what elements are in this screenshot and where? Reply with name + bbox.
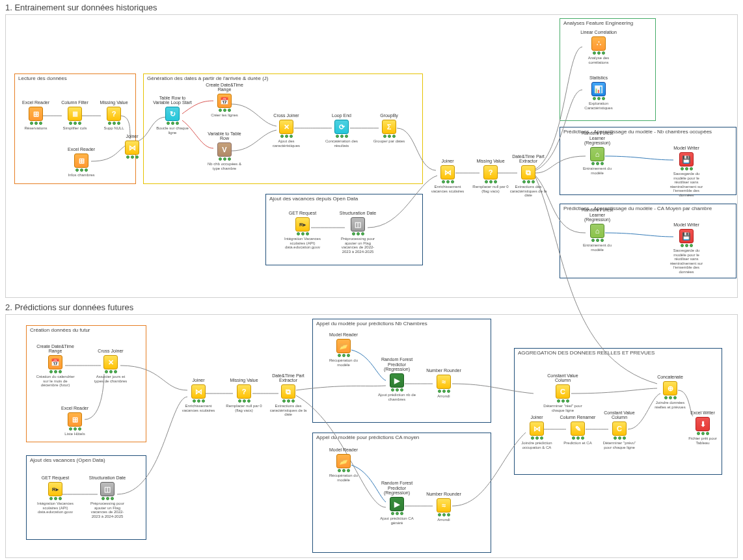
node-title: Column Filter xyxy=(55,96,94,105)
node-caption: Enrichissement vacances scolaires xyxy=(428,185,467,193)
node-concatenate[interactable]: Concatenate ⊕ Joindre données réelles et… xyxy=(651,371,690,409)
filter-icon: ≣ xyxy=(68,107,82,121)
load-icon: 📂 xyxy=(336,454,351,468)
node-excel-writer[interactable]: Excel Writer ⬇ Fichier prêt pour Tableau xyxy=(683,407,722,445)
save-icon: 💾 xyxy=(679,229,694,243)
node-caption: Analyse des corrélations xyxy=(579,56,618,64)
node-caption: Nb chb occupées & type chambre xyxy=(205,162,244,170)
node-model-reader-2[interactable]: Model Reader 📂 Récupération du modèle xyxy=(324,444,363,482)
node-excel-reader-1[interactable]: Excel Reader ⊞ Réservations xyxy=(16,96,55,131)
node-caption: Sauvegarde du modèle pour le réutiliser … xyxy=(667,248,706,274)
node-title: GET Request xyxy=(36,472,75,481)
node-caption: Sauvegarde du modèle pour le réutiliser … xyxy=(667,172,706,198)
export-icon: ⬇ xyxy=(696,417,710,431)
node-excel-reader-3[interactable]: Excel Reader ⊞ Liste Hôtels xyxy=(55,402,94,436)
section-title-1: 1. Entrainement sur données historiques xyxy=(5,3,157,12)
node-excel-reader-2[interactable]: Excel Reader ⊞ Infos chambres xyxy=(62,143,101,178)
node-dt-extractor-1[interactable]: Date&Time Part Extractor ⧉ Extractions d… xyxy=(509,155,548,198)
node-caption: Arrondi xyxy=(424,394,463,399)
node-caption: Prediction et CA xyxy=(558,441,597,446)
group-lecture-title: Lecture des données xyxy=(15,74,135,83)
node-cross-joiner-2[interactable]: Cross Joiner ✕ Associer jours et types d… xyxy=(91,345,130,383)
node-loop-start[interactable]: Table Row to Variable Loop Start ↻ Boucl… xyxy=(153,96,192,135)
node-cvc-1[interactable]: Constant Value Column C Déterminer "réel… xyxy=(543,374,582,412)
node-cross-joiner[interactable]: Cross Joiner ✕ Ajout des caractéristique… xyxy=(267,109,306,148)
node-title: Structuration Date xyxy=(338,207,377,216)
question-icon: ? xyxy=(107,107,121,121)
tree-icon: ⌂ xyxy=(590,224,604,238)
question-icon: ? xyxy=(237,384,251,399)
node-rf-predictor-2[interactable]: Random Forest Predictor (Regression) ▶ A… xyxy=(377,487,416,525)
excel-icon: ⊞ xyxy=(68,412,82,427)
group-ajoutvac2-title: Ajout des vacances (Open Data) xyxy=(27,456,146,464)
node-caption: Intégration Vacances scolaires (API) dat… xyxy=(283,237,322,250)
node-get-request-1[interactable]: GET Request R▸ Intégration Vacances scol… xyxy=(283,207,322,250)
node-title: Missing Value xyxy=(94,96,133,105)
metanode-icon: ◫ xyxy=(100,482,115,496)
node-joiner-4[interactable]: Joiner ⋈ Joindre prédiction occupation &… xyxy=(517,411,556,449)
node-struct-date-1[interactable]: Structuration Date ◫ Préprocessing pour … xyxy=(338,207,377,254)
node-create-datetime[interactable]: Create Date&Time Range 📅 Créer les ligne… xyxy=(205,83,244,118)
node-title: Variable to Table Row xyxy=(205,132,244,141)
node-joiner-3[interactable]: Joiner ⋈ Enrichissement vacances scolair… xyxy=(179,374,218,412)
node-missing-value-2[interactable]: Missing Value ? Remplacer null par 0 (fl… xyxy=(471,155,510,193)
node-title: Cross Joiner xyxy=(91,345,130,354)
node-caption: Créer les lignes xyxy=(205,113,244,118)
node-caption: Extractions des caractéristiques de la d… xyxy=(269,404,308,417)
tree-icon: ⌂ xyxy=(590,147,604,161)
node-title: Joiner xyxy=(179,374,218,383)
node-caption: Boucle sur chaque ligne xyxy=(153,126,192,135)
node-dt-extractor-2[interactable]: Date&Time Part Extractor ⧉ Extractions d… xyxy=(269,374,308,417)
concat-icon: ⊕ xyxy=(663,381,677,395)
node-rf-predictor-1[interactable]: Random Forest Predictor (Regression) ▶ A… xyxy=(377,363,416,401)
node-number-rounder-2[interactable]: Number Rounder ≈ Arrondi xyxy=(424,488,463,522)
node-var-to-row[interactable]: Variable to Table Row V Nb chb occupées … xyxy=(205,132,244,170)
node-missing-value-1[interactable]: Missing Value ? Supp NULL xyxy=(94,96,133,131)
joiner-icon: ⋈ xyxy=(530,421,544,436)
joiner-icon: ⋈ xyxy=(440,165,455,180)
node-struct-date-2[interactable]: Structuration Date ◫ Préprocessing pour … xyxy=(88,472,127,518)
node-caption: Ajout prédiction nb de chambres xyxy=(377,393,416,401)
node-title: Number Rounder xyxy=(424,488,463,497)
node-get-request-2[interactable]: GET Request R▸ Intégration Vacances scol… xyxy=(36,472,75,514)
node-caption: Ajout prédiction CA généré xyxy=(377,516,416,525)
group-appel-nb-title: Appel du modèle pour prédictions Nb Cham… xyxy=(313,319,491,328)
node-title: Create Date&Time Range xyxy=(36,345,75,354)
node-joiner-2[interactable]: Joiner ⋈ Enrichissement vacances scolair… xyxy=(428,155,467,193)
node-title: Random Forest Predictor (Regression) xyxy=(377,487,416,496)
node-caption: Déterminer "prévu" pour chaque ligne xyxy=(600,441,639,449)
node-caption: Remplacer null par 0 (flag vacs) xyxy=(471,185,510,193)
node-rf-learner-2[interactable]: Random Forest Learner (Regression) ⌂ Ent… xyxy=(578,213,617,252)
joiner-icon: ⋈ xyxy=(191,384,206,399)
node-model-reader-1[interactable]: Model Reader 📂 Récupération du modèle xyxy=(324,328,363,367)
node-title: Date&Time Part Extractor xyxy=(509,155,548,164)
extract-icon: ⧉ xyxy=(281,384,295,399)
node-missing-value-3[interactable]: Missing Value ? Remplacer null par 0 (fl… xyxy=(224,374,263,412)
question-icon: ? xyxy=(483,165,498,180)
node-caption: Exploration Caractéristiques xyxy=(579,101,618,110)
node-title: Concatenate xyxy=(651,371,690,380)
node-statistics[interactable]: Statistics 📊 Exploration Caractéristique… xyxy=(579,72,618,110)
loop-end-icon: ⟳ xyxy=(334,120,349,134)
node-joiner-1[interactable]: Joiner ⋈ xyxy=(113,130,152,160)
node-column-filter[interactable]: Column Filter ≣ Simplifier cols xyxy=(55,96,94,131)
node-model-writer-1[interactable]: Model Writer 💾 Sauvegarde du modèle pour… xyxy=(667,142,706,198)
http-icon: R▸ xyxy=(295,217,310,232)
node-groupby[interactable]: GroupBy Σ Grouper par dates xyxy=(370,109,409,144)
node-column-renamer[interactable]: Column Renamer ✎ Prediction et CA xyxy=(558,411,597,446)
node-cvc-2[interactable]: Constant Value Column C Déterminer "prév… xyxy=(600,411,639,449)
node-linear-correlation[interactable]: Linear Correlation ∴ Analyse des corréla… xyxy=(579,26,618,64)
node-model-writer-2[interactable]: Model Writer 💾 Sauvegarde du modèle pour… xyxy=(667,219,706,274)
node-loop-end[interactable]: Loop End ⟳ Concaténation des résultats xyxy=(322,109,361,148)
node-caption: Intégration Vacances scolaires (API) dat… xyxy=(36,501,75,514)
node-caption: Liste Hôtels xyxy=(55,432,94,436)
node-title: Random Forest Learner (Regression) xyxy=(578,137,617,146)
node-rf-learner-1[interactable]: Random Forest Learner (Regression) ⌂ Ent… xyxy=(578,137,617,175)
node-title: Random Forest Predictor (Regression) xyxy=(377,363,416,372)
node-create-datetime-2[interactable]: Create Date&Time Range 📅 Création du cal… xyxy=(36,345,75,388)
node-number-rounder-1[interactable]: Number Rounder ≈ Arrondi xyxy=(424,364,463,399)
node-caption: Fichier prêt pour Tableau xyxy=(683,436,722,445)
group-icon: Σ xyxy=(382,120,396,134)
joiner-icon: ⋈ xyxy=(125,140,139,155)
node-caption: Ajout des caractéristiques xyxy=(267,139,306,148)
